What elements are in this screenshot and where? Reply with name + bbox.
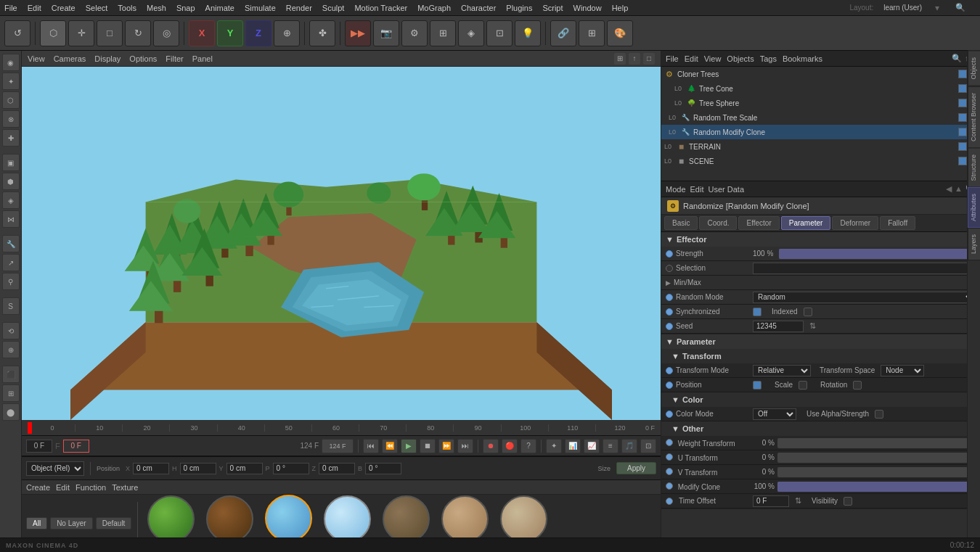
left-tool-2[interactable]: ✦ <box>2 73 20 90</box>
objects-search-icon[interactable]: 🔍 <box>952 54 962 63</box>
left-tool-13[interactable]: S <box>2 297 20 315</box>
objects-menu-bookmarks[interactable]: Bookmarks <box>783 54 822 63</box>
tab-structure[interactable]: Structure <box>968 148 980 188</box>
menu-window[interactable]: Window <box>573 4 602 12</box>
rmc-vis[interactable] <box>958 128 967 136</box>
random-mode-select[interactable]: Random Noise Turbulence <box>753 292 976 303</box>
transform-mode-radio[interactable] <box>666 367 673 374</box>
objects-menu-view[interactable]: View <box>704 54 722 63</box>
menu-motiontracker[interactable]: Motion Tracker <box>354 4 407 12</box>
goto-start-button[interactable]: ⏮ <box>363 439 379 453</box>
filter-nolayer-button[interactable]: No Layer <box>50 517 93 530</box>
grid-button[interactable]: ⊞ <box>579 20 605 46</box>
rts-vis[interactable] <box>958 113 967 122</box>
viewport-icon-3[interactable]: □ <box>643 53 655 65</box>
transform-mode-select[interactable]: Relative Absolute <box>753 365 811 376</box>
viewport-icon-2[interactable]: ↑ <box>629 53 640 65</box>
left-tool-3[interactable]: ⬡ <box>2 91 20 109</box>
u-radio[interactable] <box>666 453 673 461</box>
frame-end-input[interactable]: 124 F <box>322 439 354 453</box>
scale-checkbox[interactable] <box>799 381 807 390</box>
transform-header[interactable]: ▼ Transform <box>661 349 980 363</box>
obj-terrain[interactable]: L0 ◼ TERRAIN <box>661 139 980 154</box>
axis-x-button[interactable]: X <box>189 20 215 46</box>
layer-button[interactable]: ≡ <box>603 439 618 453</box>
snap-button[interactable]: 🔗 <box>550 20 576 46</box>
object-type-select[interactable]: Object (Rel) Object (Abs) World <box>26 461 84 476</box>
attr-tab-coord[interactable]: Coord. <box>699 216 737 230</box>
timeline-zoom-button[interactable]: ⊡ <box>640 439 656 453</box>
coord-z-input[interactable] <box>319 463 355 474</box>
render-active-button[interactable]: ▶▶ <box>345 20 371 46</box>
scene-vis[interactable] <box>958 157 967 165</box>
objects-menu-edit[interactable]: Edit <box>685 54 698 63</box>
attr-prev-icon[interactable]: ◀ <box>946 184 952 194</box>
color-mode-select[interactable]: Off On <box>753 408 796 420</box>
attr-tab-parameter[interactable]: Parameter <box>781 216 831 230</box>
menu-mesh[interactable]: Mesh <box>147 4 166 12</box>
attr-menu-edit[interactable]: Edit <box>690 185 704 194</box>
menu-render[interactable]: Render <box>286 4 312 12</box>
new-object-button[interactable]: ✤ <box>309 20 335 46</box>
left-tool-11[interactable]: ↗ <box>2 254 20 271</box>
move-mode-button[interactable]: ✛ <box>68 20 94 46</box>
time-offset-arrows-icon[interactable]: ⇅ <box>795 496 801 506</box>
rotation-checkbox[interactable] <box>853 381 862 390</box>
menu-animate[interactable]: Animate <box>205 4 234 12</box>
left-tool-6[interactable]: ▣ <box>2 154 20 171</box>
pos-radio[interactable] <box>666 382 673 389</box>
seed-radio[interactable] <box>666 323 673 330</box>
weight-radio[interactable] <box>666 439 673 446</box>
viewport-menu-filter[interactable]: Filter <box>166 54 183 63</box>
mat-menu-edit[interactable]: Edit <box>56 483 70 492</box>
pos-checkbox[interactable] <box>753 381 761 390</box>
next-frame-button[interactable]: ⏩ <box>438 439 454 453</box>
left-tool-1[interactable]: ◉ <box>2 54 20 71</box>
left-tool-9[interactable]: ⋈ <box>2 210 20 228</box>
seed-arrows-icon[interactable]: ⇅ <box>809 321 816 331</box>
random-mode-radio[interactable] <box>666 294 673 301</box>
strength-bar[interactable] <box>779 249 976 259</box>
apply-button[interactable]: Apply <box>616 462 656 474</box>
coord-b-input[interactable] <box>365 463 401 474</box>
motion-path-button[interactable]: ✦ <box>546 439 562 453</box>
undo-button[interactable]: ↺ <box>4 20 30 46</box>
render-settings-button[interactable]: ⚙ <box>401 20 428 46</box>
parameter-section-header[interactable]: ▼ Parameter <box>661 334 980 349</box>
frame-current-input[interactable] <box>63 440 89 453</box>
tab-content-browser[interactable]: Content Browser <box>968 86 980 148</box>
menu-simulate[interactable]: Simulate <box>245 4 276 12</box>
3d-viewport[interactable] <box>22 67 661 420</box>
left-tool-5[interactable]: ✚ <box>2 129 20 147</box>
paint-button[interactable]: 🎨 <box>607 20 633 46</box>
filter-all-button[interactable]: All <box>26 517 47 530</box>
tab-layers[interactable]: Layers <box>968 228 980 260</box>
search-icon[interactable]: 🔍 <box>955 3 965 12</box>
play-button[interactable]: ▶ <box>401 439 417 453</box>
rotate-mode-button[interactable]: ↻ <box>125 20 151 46</box>
seed-input[interactable] <box>753 321 804 332</box>
obj-cloner-trees[interactable]: ⚙ Cloner Trees <box>661 67 980 81</box>
terrain-vis[interactable] <box>958 142 967 151</box>
tab-attributes[interactable]: Attributes <box>968 187 980 228</box>
light-button[interactable]: 💡 <box>515 20 541 46</box>
use-alpha-checkbox[interactable] <box>875 410 883 419</box>
tab-objects[interactable]: Objects <box>968 51 980 86</box>
fcurve-button[interactable]: 📈 <box>584 439 600 453</box>
strength-radio[interactable] <box>666 250 673 258</box>
attr-tab-effector[interactable]: Effector <box>738 216 779 230</box>
attr-tab-falloff[interactable]: Falloff <box>880 216 915 230</box>
coord-x-input[interactable] <box>133 463 169 474</box>
mat-menu-texture[interactable]: Texture <box>112 483 138 492</box>
coord-h-input[interactable] <box>180 463 216 474</box>
menu-file[interactable]: File <box>4 4 17 12</box>
left-tool-15[interactable]: ⊕ <box>2 341 20 358</box>
attr-next-icon[interactable]: ▲ <box>955 184 963 194</box>
menu-character[interactable]: Character <box>461 4 496 12</box>
weight-bar[interactable] <box>777 438 976 448</box>
viewport-menu-view[interactable]: View <box>28 54 45 63</box>
timeline-ruler[interactable]: 0 10 20 30 40 50 60 70 80 90 100 110 120… <box>22 420 661 436</box>
obj-scene[interactable]: L0 ◼ SCENE <box>661 154 980 168</box>
obj-tree-cone[interactable]: L0 🌲 Tree Cone <box>661 81 980 96</box>
sync-checkbox[interactable] <box>753 308 761 316</box>
